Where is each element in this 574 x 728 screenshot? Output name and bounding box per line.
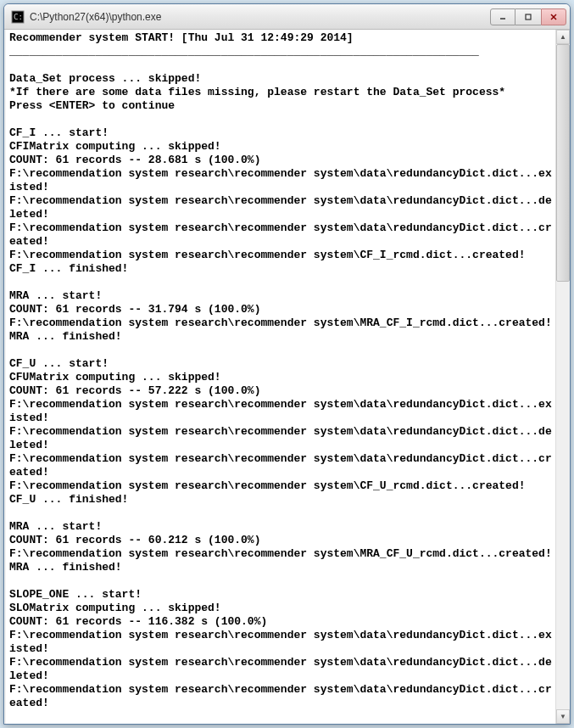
maximize-button[interactable] [515,8,541,25]
minimize-button[interactable] [490,8,515,25]
window-title: C:\Python27(x64)\python.exe [30,11,490,23]
minimize-icon [499,13,507,21]
maximize-icon [524,13,532,21]
console-area: Recommender system START! [Thu Jul 31 12… [4,30,570,724]
close-button[interactable] [541,8,566,25]
title-bar[interactable]: C: C:\Python27(x64)\python.exe [4,4,570,30]
window-controls [490,8,566,25]
close-icon [549,13,558,21]
app-icon: C: [11,10,25,24]
scroll-up-button[interactable]: ▲ [556,30,570,44]
console-output[interactable]: Recommender system START! [Thu Jul 31 12… [4,30,555,724]
vertical-scrollbar[interactable]: ▲ ▼ [555,30,570,724]
scroll-thumb[interactable] [556,44,570,282]
scroll-down-button[interactable]: ▼ [556,709,570,724]
svg-rect-3 [526,14,531,20]
console-window: C: C:\Python27(x64)\python.exe Recommend… [3,3,571,725]
svg-text:C:: C: [14,13,23,21]
